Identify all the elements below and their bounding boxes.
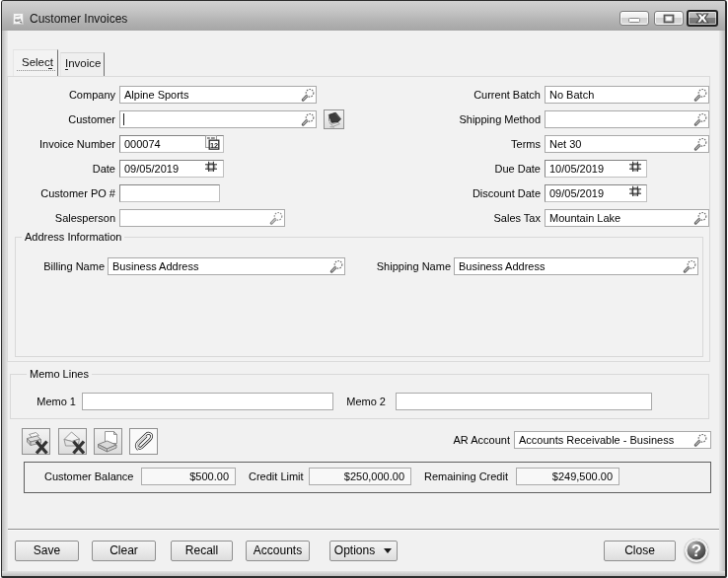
svg-text:?: ? bbox=[692, 542, 701, 560]
svg-text:12: 12 bbox=[210, 141, 218, 150]
